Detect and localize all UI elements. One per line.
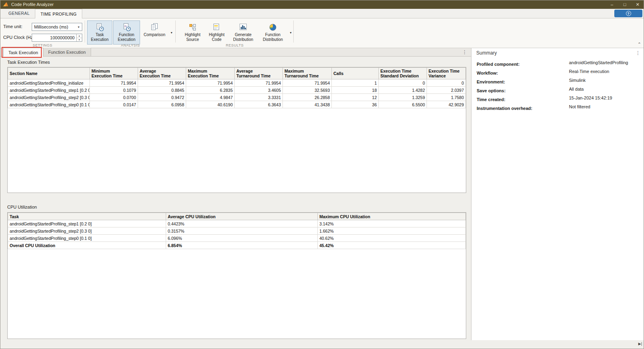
table-cell[interactable]: 18 [332,87,379,94]
column-header[interactable]: Average CPU Utilization [166,213,318,220]
table-cell[interactable]: 71.9954 [235,79,283,87]
ribbon-collapse-button[interactable]: ⌃ [638,42,641,47]
spinner-up-button[interactable]: ▲ [77,34,82,38]
table-row[interactable]: androidGettingStartedProfiling_step2 [0.… [8,94,466,101]
table-cell[interactable]: 6.5500 [379,101,427,108]
table-cell[interactable]: 0.0700 [90,94,138,101]
column-header[interactable]: Minimum Execution Time [90,68,138,79]
table-row[interactable]: androidGettingStartedProfiling_step1 [0.… [8,87,466,94]
table-cell[interactable]: 0.3157% [166,227,318,235]
doc-tab-task-execution[interactable]: Task Execution [3,48,43,57]
summary-field-value: androidGettingStartedProfiling [569,60,628,65]
column-header[interactable]: Average Turnaround Time [235,68,283,79]
summary-field-value: Simulink [569,78,586,83]
table-cell[interactable]: 6.854% [166,242,318,249]
summary-field-label: Time created: [477,97,505,102]
close-button[interactable]: ✕ [631,0,644,9]
highlight-source-button[interactable]: Highlight Source [181,20,205,45]
column-header[interactable]: Maximum CPU Utilization [318,213,466,220]
table-cell[interactable]: 71.9954 [138,79,186,87]
column-header[interactable]: Task [8,213,166,220]
minimize-button[interactable]: – [605,0,618,9]
table-cell[interactable]: 12 [332,94,379,101]
doc-tabs-overflow-button[interactable]: ⋮ [462,49,467,55]
table-cell[interactable]: 41.3438 [283,101,332,108]
column-header[interactable]: Average Execution Time [138,68,186,79]
table-cell[interactable]: 42.9029 [427,101,466,108]
table-cell[interactable]: 1 [332,79,379,87]
table-cell[interactable]: 1.4282 [379,87,427,94]
tab-time-profiling[interactable]: TIME PROFILING [35,9,82,18]
table-cell[interactable]: 0.9472 [138,94,186,101]
table-row[interactable]: androidGettingStartedProfiling_initializ… [8,79,466,87]
table-cell[interactable]: 6.2835 [186,87,235,94]
analysis-dropdown-button[interactable]: ▾ [169,20,174,45]
table-cell[interactable]: 0 [379,79,427,87]
function-execution-button[interactable]: fx Function Execution [113,20,140,45]
generate-distribution-button[interactable]: Generate Distribution [229,20,258,45]
column-header[interactable]: Maximum Turnaround Time [283,68,332,79]
results-dropdown-button[interactable]: ▾ [288,20,293,45]
table-row[interactable]: androidGettingStartedProfiling_step0 [0.… [8,101,466,108]
column-header[interactable]: Execution Time Standard Deviation [379,68,427,79]
table-cell[interactable]: 26.2858 [283,94,332,101]
table-cell[interactable]: androidGettingStartedProfiling_step2 [0.… [8,94,90,101]
table-cell[interactable]: androidGettingStartedProfiling_step2 [0.… [8,227,166,235]
spinner-down-button[interactable]: ▼ [77,38,82,42]
table-cell[interactable]: 0.0147 [90,101,138,108]
table-cell[interactable]: androidGettingStartedProfiling_step1 [0.… [8,220,166,227]
table-cell[interactable]: Overall CPU Utilization [8,242,166,249]
column-header[interactable]: Calls [332,68,379,79]
table-row[interactable]: androidGettingStartedProfiling_step0 [0.… [8,235,466,242]
table-cell[interactable]: 0.1079 [90,87,138,94]
table-cell[interactable]: 0 [427,79,466,87]
table-cell[interactable]: 71.9954 [90,79,138,87]
table-cell[interactable]: 4.9847 [186,94,235,101]
summary-field-label: Save options: [477,88,506,93]
task-execution-button[interactable]: Task Execution [87,20,112,45]
comparison-button[interactable]: Comparison [141,20,168,45]
table-cell[interactable]: 0.4423% [166,220,318,227]
table-cell[interactable]: 40.6190 [186,101,235,108]
tab-general[interactable]: GENERAL [3,9,35,18]
doc-tab-function-execution[interactable]: Function Execution [43,48,91,56]
column-header[interactable]: Maximum Execution Time [186,68,235,79]
summary-overflow-button[interactable]: ⋮ [636,50,640,56]
help-button[interactable]: ? [614,10,642,17]
table-cell[interactable]: 71.9954 [283,79,332,87]
table-cell[interactable]: 71.9954 [186,79,235,87]
highlight-code-button[interactable]: Highlight Code [205,20,228,45]
table-cell[interactable]: 1.662% [318,227,466,235]
table-cell[interactable]: 3.3331 [235,94,283,101]
summary-field-value: Not filtered [569,104,590,109]
table-cell[interactable]: 0.8845 [138,87,186,94]
table-cell[interactable]: 6.096% [166,235,318,242]
cpu-clock-label: CPU Clock (Hz): [3,35,36,40]
table-cell[interactable]: 1.3259 [379,94,427,101]
column-header[interactable]: Execution Time Variance [427,68,466,79]
column-header[interactable]: Section Name [8,68,90,79]
function-distribution-button[interactable]: Function Distribution [258,20,287,45]
table-cell[interactable]: 3.4605 [235,87,283,94]
cpu-clock-input[interactable]: 1000000000 ▲ ▼ [32,34,82,42]
table-cell[interactable]: 2.0397 [427,87,466,94]
table-row[interactable]: Overall CPU Utilization6.854%45.42% [8,242,466,249]
table-cell[interactable]: 40.62% [318,235,466,242]
table-cell[interactable]: androidGettingStartedProfiling_step0 [0.… [8,235,166,242]
summary-field: Time created: 15-Jan-2024 15:42:19 [477,95,642,102]
table-cell[interactable]: 3.142% [318,220,466,227]
table-cell[interactable]: 6.0958 [138,101,186,108]
table-cell[interactable]: androidGettingStartedProfiling_step0 [0.… [8,101,90,108]
table-cell[interactable]: 6.3643 [235,101,283,108]
table-cell[interactable]: 45.42% [318,242,466,249]
panel-expand-button[interactable]: ▶| [638,342,642,346]
table-row[interactable]: androidGettingStartedProfiling_step2 [0.… [8,227,466,235]
table-cell[interactable]: 32.5693 [283,87,332,94]
table-cell[interactable]: androidGettingStartedProfiling_step1 [0.… [8,87,90,94]
table-cell[interactable]: androidGettingStartedProfiling_initializ… [8,79,90,87]
table-cell[interactable]: 36 [332,101,379,108]
time-unit-dropdown[interactable]: Milliseconds (ms) ▾ [32,23,82,31]
table-cell[interactable]: 1.7580 [427,94,466,101]
table-row[interactable]: androidGettingStartedProfiling_step1 [0.… [8,220,466,227]
maximize-button[interactable]: □ [618,0,631,9]
